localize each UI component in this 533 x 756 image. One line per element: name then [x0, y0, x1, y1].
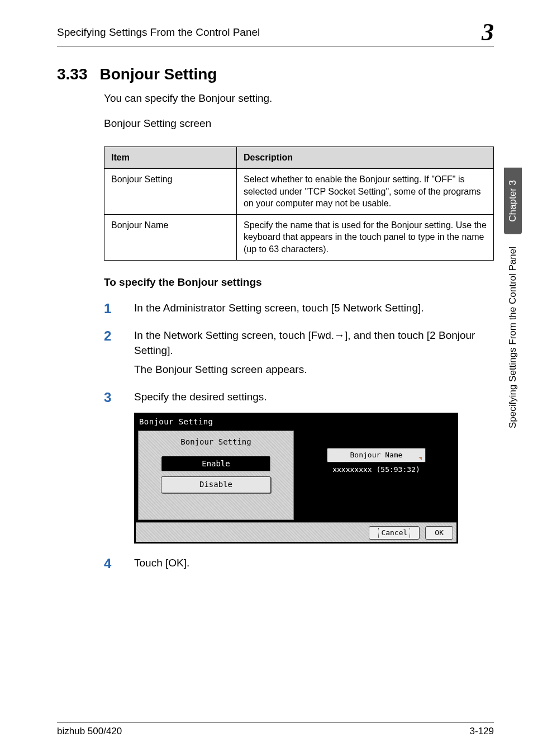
- step-number: 2: [104, 328, 115, 344]
- side-tab: Chapter 3 Specifying Settings From the C…: [503, 168, 523, 436]
- step: 4 Touch [OK].: [104, 556, 494, 571]
- page-footer: bizhub 500/420 3-129: [57, 722, 494, 737]
- step-number: 1: [104, 301, 115, 316]
- panel-group-label: Bonjour Setting: [144, 437, 288, 448]
- table-cell-item: Bonjour Setting: [104, 169, 237, 215]
- section-heading: 3.33 Bonjour Setting: [57, 65, 494, 83]
- running-head-title: Specifying Settings From the Control Pan…: [57, 26, 260, 39]
- intro-caption: Bonjour Setting screen: [104, 116, 494, 131]
- step-text: Specify the desired settings. Bonjour Se…: [134, 390, 458, 544]
- cancel-button[interactable]: Cancel: [369, 526, 420, 540]
- panel-footer: Cancel OK: [136, 522, 456, 542]
- table-row: Bonjour Setting Select whether to enable…: [104, 169, 494, 215]
- step: 3 Specify the desired settings. Bonjour …: [104, 390, 494, 544]
- running-head: Specifying Settings From the Control Pan…: [57, 20, 494, 46]
- panel-screenshot: Bonjour Setting Bonjour Setting Enable D…: [134, 413, 458, 544]
- side-tab-title: Specifying Settings From the Control Pan…: [504, 234, 522, 436]
- cancel-button-label: Cancel: [378, 528, 410, 538]
- table-cell-item: Bonjour Name: [104, 214, 237, 260]
- step-follow: The Bonjour Setting screen appears.: [134, 362, 494, 377]
- procedure-steps: 1 In the Administrator Setting screen, t…: [104, 301, 494, 571]
- side-tab-chapter: Chapter 3: [504, 168, 522, 234]
- bonjour-name-value: xxxxxxxxx (55:93:32): [304, 465, 448, 475]
- step-text-main: Specify the desired settings.: [134, 391, 267, 403]
- parameter-table: Item Description Bonjour Setting Select …: [104, 147, 494, 260]
- step-number: 4: [104, 556, 115, 571]
- table-header-item: Item: [104, 147, 237, 169]
- step-text-main: In the Network Setting screen, touch [Fw…: [134, 329, 475, 356]
- step-number: 3: [104, 390, 115, 405]
- step-text: In the Administrator Setting screen, tou…: [134, 301, 424, 316]
- footer-page-number: 3-129: [470, 726, 494, 737]
- table-row: Bonjour Name Specify the name that is us…: [104, 214, 494, 260]
- step: 2 In the Network Setting screen, touch […: [104, 328, 494, 377]
- panel-left-column: Bonjour Setting Enable Disable: [138, 431, 294, 520]
- enable-button[interactable]: Enable: [161, 456, 271, 472]
- step-text: Touch [OK].: [134, 556, 189, 571]
- disable-button[interactable]: Disable: [161, 476, 271, 493]
- step-text: In the Network Setting screen, touch [Fw…: [134, 328, 494, 377]
- step: 1 In the Administrator Setting screen, t…: [104, 301, 494, 316]
- bonjour-name-button[interactable]: Bonjour Name: [327, 448, 426, 462]
- bonjour-setting-panel: Bonjour Setting Bonjour Setting Enable D…: [134, 413, 458, 544]
- table-cell-desc: Specify the name that is used for the Bo…: [236, 214, 493, 260]
- panel-title: Bonjour Setting: [136, 414, 456, 431]
- table-cell-desc: Select whether to enable the Bonjour set…: [236, 169, 493, 215]
- section-number: 3.33: [57, 65, 88, 83]
- table-header-description: Description: [236, 147, 493, 169]
- footer-model: bizhub 500/420: [57, 726, 122, 737]
- intro-paragraph: You can specify the Bonjour setting.: [104, 91, 494, 106]
- chapter-number-badge: 3: [482, 20, 494, 45]
- panel-right-column: Bonjour Name xxxxxxxxx (55:93:32): [298, 431, 454, 520]
- section-title: Bonjour Setting: [100, 65, 217, 83]
- ok-button[interactable]: OK: [425, 526, 453, 540]
- procedure-heading: To specify the Bonjour settings: [104, 276, 494, 289]
